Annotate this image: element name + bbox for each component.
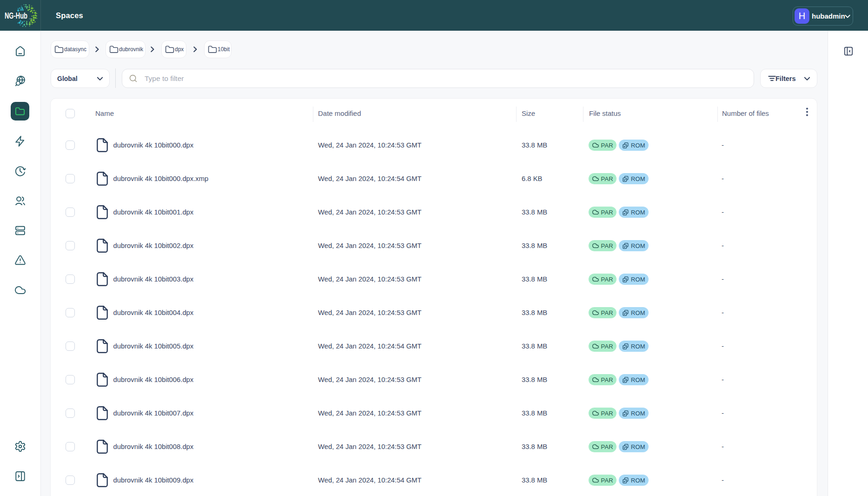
svg-text:TM: TM <box>29 18 31 20</box>
svg-text:NG-Hub: NG-Hub <box>5 11 27 20</box>
